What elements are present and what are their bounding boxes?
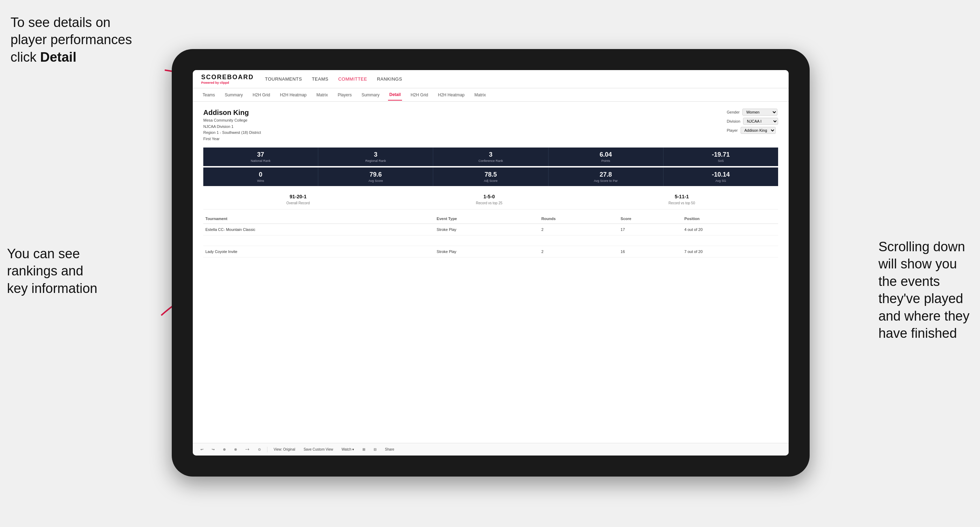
stat-wins-value: 0 [205, 171, 317, 178]
content-area[interactable]: Addison King Mesa Community College NJCA… [193, 102, 789, 443]
toolbar-btn-3[interactable]: −+ [243, 447, 252, 452]
subnav-summary[interactable]: Summary [223, 90, 244, 100]
logo-area: SCOREBOARD Powered by clippd [201, 74, 254, 84]
player-info: Addison King Mesa Community College NJCA… [203, 109, 261, 142]
subnav-players[interactable]: Players [336, 90, 353, 100]
col-rounds: Rounds [539, 214, 618, 224]
player-select[interactable]: Addison King [741, 127, 776, 134]
stat-avg-score-par: 27.8 Avg Score to Par [549, 167, 663, 186]
toolbar-separator [267, 447, 267, 452]
subnav-matrix[interactable]: Matrix [315, 90, 329, 100]
subnav-detail[interactable]: Detail [388, 89, 402, 100]
player-header: Addison King Mesa Community College NJCA… [203, 109, 778, 142]
annotation-top-left: To see details on player performances cl… [11, 14, 132, 66]
logo-powered: Powered by clippd [201, 81, 254, 84]
player-filters: Gender Women Division NJCAA I [727, 109, 778, 134]
nav-teams[interactable]: TEAMS [312, 76, 328, 82]
record-top25-label: Record vs top 25 [476, 201, 503, 205]
content-inner: Addison King Mesa Community College NJCA… [193, 102, 789, 443]
cell-position-1: 4 out of 20 [682, 224, 778, 235]
col-score: Score [619, 214, 682, 224]
stat-sos: -19.71 SoS [663, 148, 778, 166]
subnav-h2h-grid[interactable]: H2H Grid [251, 90, 272, 100]
record-top50-label: Record vs top 50 [668, 201, 695, 205]
player-label: Player [727, 128, 737, 132]
bottom-toolbar: ↩ ↪ ⊕ ⊗ −+ ⊙ View: Original Save Custom … [193, 443, 789, 456]
toolbar-grid[interactable]: ⊟ [372, 447, 379, 452]
record-overall: 91-20-1 Overall Record [286, 194, 310, 206]
cell-rounds-1: 2 [539, 224, 618, 235]
toolbar-share[interactable]: Share [383, 447, 396, 452]
filter-player: Player Addison King [727, 127, 775, 134]
cell-score-1: 17 [619, 224, 682, 235]
subnav-matrix2[interactable]: Matrix [473, 90, 488, 100]
annotation-bottom-right: Scrolling down will show you the events … [878, 238, 969, 342]
stat-avg-score-value: 79.6 [320, 171, 431, 178]
stats-row-1: 37 National Rank 3 Regional Rank 3 Confe… [203, 148, 778, 166]
toolbar-redo[interactable]: ↪ [210, 447, 216, 452]
stat-regional-rank-label: Regional Rank [320, 159, 431, 163]
stat-avg-sg-label: Avg SG [665, 179, 777, 183]
table-header: Tournament Event Type Rounds Score Posit… [203, 214, 778, 224]
annotation-bottom-left: You can see rankings and key information [7, 245, 97, 297]
gender-label: Gender [727, 110, 740, 114]
stat-avg-score-par-value: 27.8 [550, 171, 662, 178]
filter-division: Division NJCAA I [727, 118, 778, 125]
stat-national-rank-label: National Rank [205, 159, 317, 163]
stat-sos-value: -19.71 [665, 151, 777, 159]
stat-points: 6.04 Points [549, 148, 663, 166]
stat-regional-rank: 3 Regional Rank [318, 148, 433, 166]
toolbar-btn-1[interactable]: ⊕ [221, 447, 228, 452]
cell-position-3: 7 out of 20 [682, 246, 778, 257]
division-label: Division [727, 119, 740, 123]
tablet-frame: SCOREBOARD Powered by clippd TOURNAMENTS… [172, 49, 810, 476]
toolbar-watch[interactable]: Watch ▾ [340, 447, 356, 452]
top-nav: SCOREBOARD Powered by clippd TOURNAMENTS… [193, 70, 789, 88]
record-overall-value: 91-20-1 [286, 194, 310, 199]
record-top25: 1-5-0 Record vs top 25 [476, 194, 503, 206]
table-body: Estella CC- Mountain Classic Stroke Play… [203, 224, 778, 257]
subnav-h2h-grid2[interactable]: H2H Grid [409, 90, 430, 100]
player-region: Region 1 - Southwest (18) District [203, 130, 261, 136]
player-college: Mesa Community College [203, 117, 261, 124]
cell-tournament-1: Estella CC- Mountain Classic [203, 224, 434, 235]
subnav-summary2[interactable]: Summary [360, 90, 381, 100]
player-division: NJCAA Division 1 [203, 124, 261, 130]
toolbar-btn-4[interactable]: ⊙ [256, 447, 263, 452]
toolbar-view-original[interactable]: View: Original [272, 447, 298, 452]
records-row: 91-20-1 Overall Record 1-5-0 Record vs t… [203, 190, 778, 210]
nav-tournaments[interactable]: TOURNAMENTS [265, 76, 302, 82]
stat-avg-score-par-label: Avg Score to Par [550, 179, 662, 183]
stat-adj-score: 78.5 Adj Score [433, 167, 548, 186]
toolbar-save-custom[interactable]: Save Custom View [301, 447, 335, 452]
tablet-screen: SCOREBOARD Powered by clippd TOURNAMENTS… [193, 70, 789, 456]
toolbar-screen[interactable]: ⊞ [360, 447, 368, 452]
stat-avg-score: 79.6 Avg Score [318, 167, 433, 186]
stat-conference-rank: 3 Conference Rank [433, 148, 548, 166]
division-select[interactable]: NJCAA I [743, 118, 778, 125]
stat-conference-rank-value: 3 [434, 151, 546, 159]
toolbar-btn-2[interactable]: ⊗ [232, 447, 239, 452]
cell-event-type-3: Stroke Play [434, 246, 539, 257]
record-top50-value: 5-11-1 [668, 194, 695, 199]
filter-gender: Gender Women [727, 109, 777, 116]
col-tournament: Tournament [203, 214, 434, 224]
player-name: Addison King [203, 109, 261, 117]
stat-sos-label: SoS [665, 159, 777, 163]
stat-avg-sg: -10.14 Avg SG [663, 167, 778, 186]
cell-tournament-3: Lady Coyote Invite [203, 246, 434, 257]
table-row: Lady Coyote Invite Stroke Play 2 16 7 ou… [203, 246, 778, 257]
sub-nav: Teams Summary H2H Grid H2H Heatmap Matri… [193, 88, 789, 102]
nav-rankings[interactable]: RANKINGS [377, 76, 402, 82]
table-row-empty [203, 235, 778, 246]
subnav-h2h-heatmap[interactable]: H2H Heatmap [278, 90, 308, 100]
stat-avg-score-label: Avg Score [320, 179, 431, 183]
toolbar-undo[interactable]: ↩ [198, 447, 205, 452]
nav-committee[interactable]: COMMITTEE [338, 76, 368, 82]
subnav-h2h-heatmap2[interactable]: H2H Heatmap [436, 90, 466, 100]
stat-national-rank-value: 37 [205, 151, 317, 159]
stat-adj-score-label: Adj Score [434, 179, 546, 183]
cell-score-3: 16 [619, 246, 682, 257]
gender-select[interactable]: Women [742, 109, 777, 116]
subnav-teams[interactable]: Teams [201, 90, 216, 100]
